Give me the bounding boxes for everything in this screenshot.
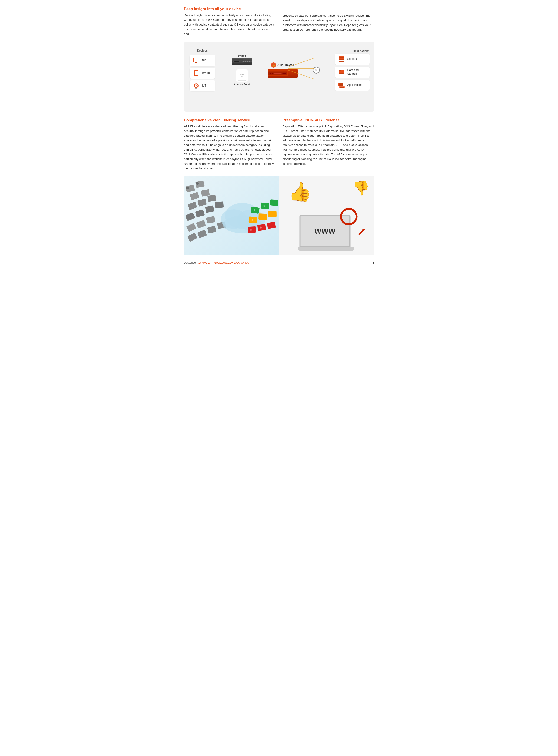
block-symbol: ✕ bbox=[313, 66, 320, 74]
svg-rect-70 bbox=[185, 212, 195, 221]
dest-servers: Servers bbox=[335, 54, 370, 65]
svg-rect-52 bbox=[339, 73, 341, 74]
device-pc: PC bbox=[190, 55, 215, 66]
diagram-inner: Devices PC bbox=[188, 49, 370, 91]
destinations-column: Destinations bbox=[335, 49, 370, 91]
bottom-visual-section: ☺ ☺ ☺ ☠ ☠ 👍 👎 WWW bbox=[184, 177, 374, 255]
svg-point-23 bbox=[233, 60, 233, 60]
svg-rect-73 bbox=[215, 201, 224, 208]
storage-label: Data and Storage bbox=[347, 69, 359, 76]
svg-point-25 bbox=[235, 60, 235, 60]
svg-rect-55 bbox=[339, 83, 343, 86]
servers-label: Servers bbox=[347, 57, 357, 61]
ap-label: Access Point bbox=[234, 83, 250, 86]
svg-rect-53 bbox=[341, 73, 344, 74]
intro-section: Deep insight into all your device Device… bbox=[184, 7, 374, 36]
svg-point-10 bbox=[196, 85, 197, 86]
applications-label: Applications bbox=[347, 83, 362, 87]
svg-text:☺: ☺ bbox=[253, 208, 256, 212]
device-insight-col2-text: prevents threats from spreading. It also… bbox=[283, 14, 374, 32]
svg-text:ZYXEL: ZYXEL bbox=[240, 74, 244, 75]
footer-datasheet-text: Datasheet bbox=[184, 261, 197, 264]
svg-text:ZYXEL: ZYXEL bbox=[277, 71, 279, 72]
svg-rect-75 bbox=[196, 220, 206, 228]
byod-icon bbox=[193, 70, 200, 77]
servers-icon bbox=[338, 55, 345, 63]
svg-text:☠: ☠ bbox=[259, 226, 262, 229]
web-filtering-title: Comprehensive Web Filtering service bbox=[184, 118, 276, 122]
dest-applications: Applications bbox=[335, 80, 370, 91]
page-footer: Datasheet ZyWALL ATP100/100W/200/500/700… bbox=[184, 260, 374, 264]
ap-icon: ZYXEL bbox=[236, 69, 248, 82]
ip-dns-title: Preemptive IP/DNS/URL defense bbox=[283, 118, 374, 122]
page-number: 3 bbox=[373, 261, 374, 264]
web-filter-rating-visual: 👍 👎 WWW bbox=[279, 177, 374, 255]
diagram-wrapper: Devices PC bbox=[188, 49, 370, 91]
destinations-header: Destinations bbox=[353, 49, 370, 53]
svg-rect-65 bbox=[189, 192, 199, 200]
svg-rect-47 bbox=[340, 61, 344, 62]
svg-rect-68 bbox=[197, 199, 207, 207]
svg-rect-92 bbox=[258, 214, 267, 220]
device-iot: IoT bbox=[190, 80, 215, 91]
pc-label: PC bbox=[202, 59, 206, 62]
svg-rect-69 bbox=[207, 195, 216, 202]
svg-rect-67 bbox=[187, 201, 197, 210]
svg-rect-20 bbox=[238, 61, 239, 62]
svg-point-26 bbox=[236, 60, 237, 60]
intro-col2: prevents threats from spreading. It also… bbox=[283, 7, 374, 36]
destinations-list: Servers bbox=[335, 54, 370, 91]
applications-icon bbox=[338, 81, 345, 89]
svg-rect-98 bbox=[267, 222, 276, 229]
iot-icon bbox=[193, 82, 200, 89]
svg-rect-76 bbox=[206, 216, 215, 224]
byod-label: BYOD bbox=[202, 72, 210, 75]
svg-text:☺: ☺ bbox=[263, 204, 265, 207]
svg-rect-37 bbox=[284, 73, 285, 74]
svg-point-24 bbox=[234, 60, 234, 60]
svg-rect-40 bbox=[339, 57, 340, 58]
web-filtering-section: Comprehensive Web Filtering service ATP … bbox=[184, 118, 276, 171]
svg-rect-78 bbox=[197, 230, 207, 238]
svg-rect-34 bbox=[272, 73, 273, 74]
svg-rect-77 bbox=[187, 233, 197, 242]
svg-rect-12 bbox=[195, 88, 197, 89]
svg-point-30 bbox=[242, 76, 242, 77]
svg-rect-49 bbox=[339, 70, 341, 71]
devices-header: Devices bbox=[197, 49, 208, 52]
svg-rect-1 bbox=[195, 62, 197, 63]
firewall-column: 🔒 ATP Firewall ZYXEL bbox=[268, 62, 298, 78]
ip-dns-body: Reputation Filter, consisting of IP Repu… bbox=[283, 124, 374, 166]
svg-rect-22 bbox=[240, 61, 241, 62]
svg-rect-18 bbox=[236, 61, 237, 62]
svg-rect-5 bbox=[195, 71, 198, 75]
firewall-device: ZYXEL bbox=[268, 69, 298, 78]
svg-rect-33 bbox=[270, 73, 271, 74]
firewall-label: ATP Firewall bbox=[278, 63, 294, 66]
lock-icon: 🔒 bbox=[271, 62, 276, 68]
svg-rect-46 bbox=[339, 61, 340, 62]
access-point-box: ZYXEL Access Point bbox=[234, 69, 250, 86]
thumbs-up-icon: 👍 bbox=[288, 181, 312, 203]
svg-rect-19 bbox=[237, 61, 238, 62]
infrastructure-column: Switch bbox=[231, 54, 252, 86]
web-filtering-body: ATP Firewall delivers enhanced web filte… bbox=[184, 124, 276, 171]
svg-text:☺: ☺ bbox=[251, 218, 254, 221]
svg-rect-21 bbox=[239, 61, 240, 62]
svg-rect-79 bbox=[207, 226, 217, 234]
svg-rect-43 bbox=[339, 59, 340, 60]
svg-rect-74 bbox=[186, 223, 196, 232]
laptop-with-magnifier: WWW bbox=[299, 215, 354, 251]
device-byod: BYOD bbox=[190, 68, 215, 79]
svg-rect-41 bbox=[340, 57, 344, 58]
svg-text:☠: ☠ bbox=[250, 228, 252, 231]
switch-box: Switch bbox=[231, 54, 252, 64]
www-text: WWW bbox=[314, 227, 335, 236]
switch-icon bbox=[231, 58, 252, 64]
svg-rect-89 bbox=[270, 199, 278, 206]
iot-label: IoT bbox=[202, 84, 206, 87]
svg-rect-36 bbox=[282, 73, 283, 74]
svg-rect-44 bbox=[340, 59, 344, 60]
footer-product-link[interactable]: ZyWALL ATP100/100W/200/500/700/800 bbox=[198, 261, 249, 264]
magnifier-handle bbox=[358, 228, 365, 235]
